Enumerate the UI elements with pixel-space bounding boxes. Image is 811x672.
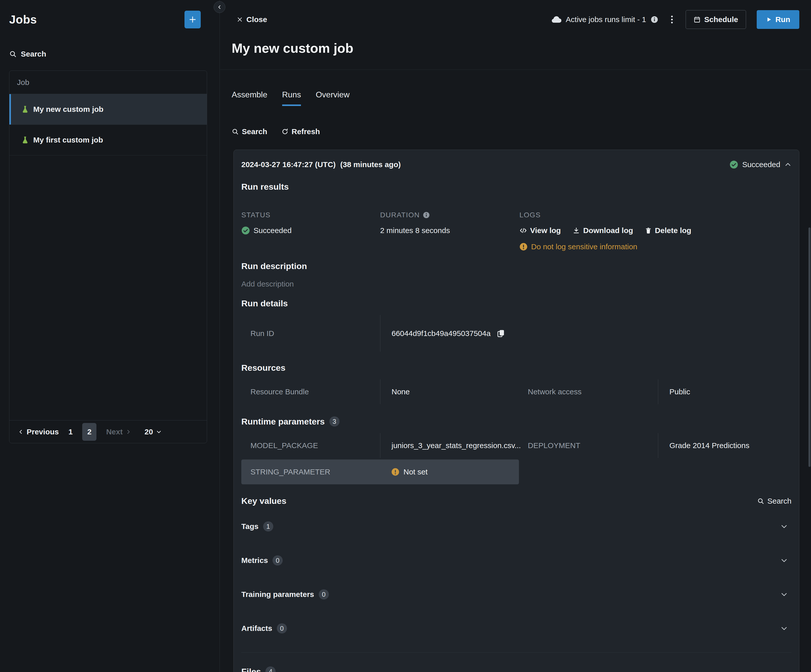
header-divider — [220, 69, 811, 70]
run-label: Run — [775, 15, 790, 24]
jobs-sidebar: Jobs Search Job My new custom job My fir… — [0, 0, 220, 672]
search-icon — [232, 128, 239, 135]
resources-row: Resource Bundle None Network access Publ… — [241, 379, 791, 404]
metrics-count-badge: 0 — [273, 555, 283, 565]
training-parameters-section-toggle[interactable]: Training parameters 0 — [241, 577, 791, 611]
chevron-left-icon — [18, 429, 24, 435]
model-package-value: juniors_3_year_stats_regression.csv... — [380, 433, 528, 458]
close-icon — [237, 17, 243, 22]
metrics-section-toggle[interactable]: Metrics 0 — [241, 543, 791, 577]
job-item-label: My new custom job — [33, 105, 103, 113]
job-detail-panel: Close Active jobs runs limit - 1 Schedul — [220, 0, 811, 672]
warning-icon — [519, 243, 528, 251]
log-sensitive-warning[interactable]: Do not log sensitive information — [519, 235, 791, 251]
run-button[interactable]: Run — [757, 10, 799, 29]
tab-runs[interactable]: Runs — [282, 90, 301, 106]
run-status-label: Succeeded — [742, 160, 780, 169]
copy-icon — [497, 329, 505, 338]
jobs-list-panel: Job My new custom job My first custom jo… — [9, 71, 207, 443]
tags-section-toggle[interactable]: Tags 1 — [241, 510, 791, 543]
run-timestamp-utc: 2024-03-27 16:47:27 (UTC) — [241, 160, 336, 169]
pagination-next-label: Next — [106, 428, 122, 436]
pagination-next-button[interactable]: Next — [106, 428, 131, 436]
pagination-page-2-current[interactable]: 2 — [82, 423, 97, 441]
jobs-list-header: Job — [9, 71, 207, 94]
chevron-right-icon — [126, 429, 131, 435]
status-value-text: Succeeded — [253, 226, 292, 235]
chevron-down-icon — [780, 523, 788, 530]
key-values-search-button[interactable]: Search — [757, 497, 791, 505]
jobs-list-empty-space — [9, 156, 207, 420]
model-package-key: MODEL_PACKAGE — [241, 433, 380, 458]
job-list-item-selected[interactable]: My new custom job — [9, 94, 207, 125]
run-timestamp-ago: (38 minutes ago) — [340, 160, 401, 169]
trash-icon — [645, 227, 652, 234]
sidebar-title: Jobs — [9, 13, 37, 26]
active-jobs-limit-label: Active jobs runs limit - 1 — [566, 15, 646, 24]
run-id-value: 66044d9f1cb49a495037504a — [392, 329, 490, 338]
job-item-label: My first custom job — [33, 135, 103, 144]
download-icon — [572, 227, 580, 234]
runs-refresh-button[interactable]: Refresh — [282, 127, 320, 136]
string-parameter-row-highlighted[interactable]: STRING_PARAMETER Not set — [241, 459, 519, 484]
active-jobs-limit: Active jobs runs limit - 1 — [551, 15, 658, 24]
training-parameters-label: Training parameters — [241, 590, 314, 599]
view-log-button[interactable]: View log — [519, 226, 561, 235]
view-log-label: View log — [530, 226, 561, 235]
chevron-down-icon — [780, 557, 788, 564]
cloud-icon — [551, 16, 561, 23]
run-description-heading: Run description — [241, 261, 791, 271]
copy-run-id-button[interactable] — [497, 329, 505, 338]
runtime-parameters-title: Runtime parameters — [241, 416, 325, 427]
run-status-badge[interactable]: Succeeded — [730, 160, 791, 169]
flask-icon — [21, 105, 29, 113]
sidebar-collapse-button[interactable] — [214, 1, 225, 13]
sidebar-search-label: Search — [21, 50, 46, 58]
artifacts-count-badge: 0 — [277, 623, 287, 633]
resource-bundle-value: None — [380, 379, 528, 404]
string-parameter-value: Not set — [404, 467, 428, 476]
more-options-menu-button[interactable] — [669, 15, 675, 24]
add-description-field[interactable]: Add description — [241, 280, 791, 288]
close-button[interactable]: Close — [237, 15, 267, 24]
page-title: My new custom job — [232, 41, 799, 56]
resources-heading: Resources — [241, 363, 791, 373]
resource-bundle-label: Resource Bundle — [241, 379, 380, 404]
download-log-button[interactable]: Download log — [572, 226, 633, 235]
chevron-up-icon[interactable] — [784, 161, 791, 168]
job-list-item[interactable]: My first custom job — [9, 125, 207, 156]
run-results-grid: STATUS DURATION LOGS Succeeded 2 minutes… — [241, 203, 791, 251]
pagination-page-1[interactable]: 1 — [68, 428, 73, 436]
tags-label: Tags — [241, 522, 259, 531]
artifacts-label: Artifacts — [241, 624, 272, 633]
sidebar-search[interactable]: Search — [9, 50, 46, 58]
run-id-value-cell: 66044d9f1cb49a495037504a — [380, 315, 528, 352]
run-id-label: Run ID — [241, 315, 380, 352]
play-icon — [766, 17, 772, 22]
key-values-heading: Key values — [241, 496, 287, 506]
key-values-sections: Tags 1 Metrics 0 Training parameters — [241, 510, 791, 645]
delete-log-button[interactable]: Delete log — [645, 226, 691, 235]
tab-overview[interactable]: Overview — [316, 90, 350, 106]
deployment-value: Grade 2014 Predictions — [658, 433, 791, 458]
runtime-parameters-count-badge: 3 — [329, 416, 339, 427]
pagination-page-size-select[interactable]: 20 — [144, 428, 161, 436]
files-title: Files — [241, 667, 261, 672]
refresh-icon — [282, 128, 288, 135]
add-job-button[interactable] — [185, 11, 201, 29]
vertical-scrollbar[interactable] — [808, 227, 811, 467]
info-icon[interactable] — [651, 16, 658, 23]
schedule-button[interactable]: Schedule — [685, 10, 746, 29]
search-icon — [757, 498, 764, 504]
artifacts-section-toggle[interactable]: Artifacts 0 — [241, 611, 791, 645]
info-icon[interactable] — [423, 212, 430, 218]
pagination-previous-button[interactable]: Previous — [18, 428, 59, 436]
delete-log-label: Delete log — [655, 226, 691, 235]
tab-assemble[interactable]: Assemble — [232, 90, 268, 106]
runs-search-button[interactable]: Search — [232, 127, 267, 136]
pagination-previous-label: Previous — [27, 428, 59, 436]
run-id-row: Run ID 66044d9f1cb49a495037504a — [241, 315, 791, 352]
run-timestamp: 2024-03-27 16:47:27 (UTC) (38 minutes ag… — [241, 160, 401, 169]
training-parameters-count-badge: 0 — [319, 589, 329, 599]
job-tabs: Assemble Runs Overview — [232, 90, 811, 106]
